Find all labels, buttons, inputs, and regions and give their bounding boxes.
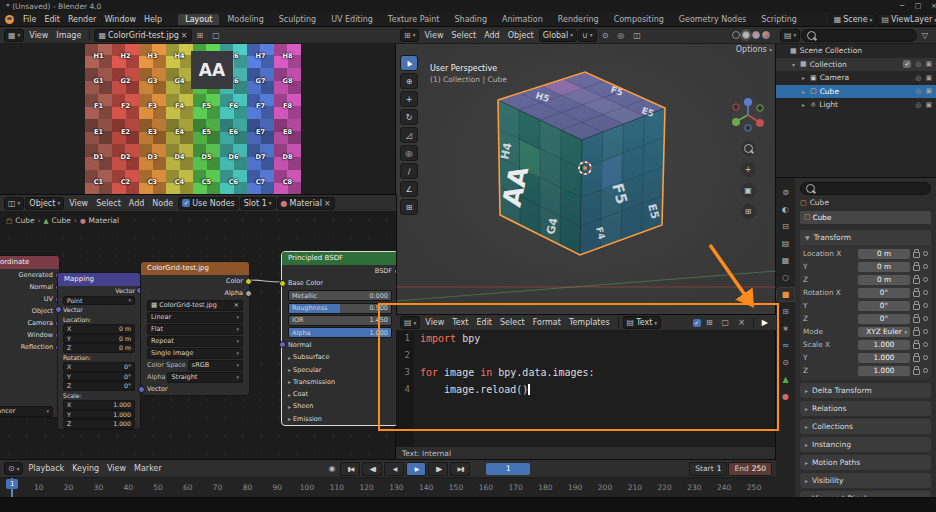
frame-number[interactable]: 210 <box>628 483 642 492</box>
transform-orientation[interactable]: Global▾ <box>539 29 577 42</box>
tool-transform[interactable]: ◎ <box>400 145 418 161</box>
new-text-icon[interactable]: ⊞ <box>702 317 717 328</box>
shading-wireframe-icon[interactable] <box>732 31 740 39</box>
node-socket[interactable] <box>279 280 286 287</box>
frame-number[interactable]: 40 <box>123 483 133 492</box>
node-field-z[interactable]: Z0 m <box>58 343 140 353</box>
scene-selector[interactable]: ▦ Scene ▾ <box>830 13 877 26</box>
texture-coordinate-header[interactable]: Texture Coordinate <box>0 256 59 269</box>
frame-number[interactable]: 120 <box>359 483 373 492</box>
properties-tab-data[interactable]: ▲ <box>777 373 794 386</box>
material-slot-selector[interactable]: Slot 1▾ <box>240 197 276 210</box>
timeline-menu-view[interactable]: View <box>103 463 130 474</box>
outliner-item-label[interactable]: Cube <box>820 87 839 96</box>
timeline-menu-marker[interactable]: Marker <box>130 463 166 474</box>
outliner-item-label[interactable]: Camera <box>820 73 849 82</box>
node-section-coat[interactable]: ▸Coat <box>282 388 396 400</box>
jump-start-button[interactable]: ▮◀ <box>340 462 360 476</box>
properties-tab-modifiers[interactable]: ⊞ <box>777 305 794 318</box>
camera-icon[interactable]: ▣ <box>925 60 932 68</box>
main-menu-help[interactable]: Help <box>140 14 166 25</box>
timeline-menu-keying[interactable]: Keying <box>68 463 103 474</box>
lock-icon[interactable] <box>913 330 920 336</box>
node-slider-alpha[interactable]: Alpha1.000 <box>282 326 396 338</box>
text-menu-select[interactable]: Select <box>496 317 529 328</box>
breadcrumb-item[interactable]: Cube <box>15 216 34 225</box>
pair-control[interactable]: sRGB▾ <box>188 360 243 371</box>
timeline-ruler[interactable]: 1 10203040506070809010011012013014015016… <box>0 477 776 497</box>
animate-dot-icon[interactable] <box>923 316 928 321</box>
code-line-1[interactable]: 1import bpy <box>396 330 776 347</box>
unlink-icon[interactable]: × <box>181 31 188 40</box>
overlays-toggle-icon[interactable]: ◫ <box>629 30 645 41</box>
node-dropdown-repeat[interactable]: Repeat▾ <box>141 335 249 347</box>
lock-icon[interactable] <box>913 369 920 375</box>
camera-icon[interactable]: ▣ <box>925 74 932 82</box>
workspace-tab-layout[interactable]: Layout <box>178 14 219 25</box>
node-field-x[interactable]: X0 m <box>58 324 140 334</box>
frame-number[interactable]: 230 <box>687 483 701 492</box>
property-field-location-x[interactable]: 0 m <box>858 249 910 259</box>
panel-visibility[interactable]: ▸Visibility <box>800 473 931 488</box>
zoom-icon[interactable] <box>741 141 756 156</box>
workspace-tab-animation[interactable]: Animation <box>495 14 550 25</box>
pan-icon[interactable]: + <box>741 162 756 177</box>
node-socket[interactable] <box>394 268 396 275</box>
property-field-z[interactable]: 1.000 <box>858 366 910 376</box>
text-menu-templates[interactable]: Templates <box>565 317 614 328</box>
frame-number[interactable]: 80 <box>243 483 253 492</box>
material-datablock[interactable]: ●Material× <box>277 197 335 210</box>
viewport-menu-object[interactable]: Object <box>504 30 538 41</box>
shading-material-icon[interactable] <box>752 31 760 39</box>
jump-end-button[interactable]: ▶▮ <box>450 462 470 476</box>
outliner-row-collection[interactable]: ▾▦Collection✓◎▣ <box>776 58 936 72</box>
node-image-field[interactable]: ▦ ColorGrid-test.jpg× <box>141 299 249 311</box>
dropdown-control[interactable]: Repeat▾ <box>147 336 243 347</box>
gizmo-toggle-icon[interactable]: ◎ <box>613 30 628 41</box>
tool-cursor[interactable]: ⊕ <box>400 73 418 89</box>
animate-dot-icon[interactable] <box>923 303 928 308</box>
property-field-z[interactable]: 0 m <box>858 275 910 285</box>
node-slider-ior[interactable]: IOR1.450 <box>282 314 396 326</box>
panel-viewport-display[interactable]: ▸Viewport Display <box>800 491 931 497</box>
value-field[interactable]: X1.000 <box>63 400 135 410</box>
node-dropdown-from-instancer[interactable]: From Instancer▾ <box>0 405 59 417</box>
dropdown-control[interactable]: Flat▾ <box>147 324 243 335</box>
node-dropdown-point[interactable]: Point▾ <box>58 296 140 306</box>
open-text-icon[interactable]: ▢ <box>718 317 734 328</box>
auto-keying-icon[interactable]: ◉ <box>325 463 340 474</box>
frame-end-field[interactable]: End 250 <box>728 462 772 476</box>
properties-tab-view-layer[interactable]: ▤ <box>777 237 794 250</box>
frame-number[interactable]: 90 <box>272 483 282 492</box>
node-section-sheen[interactable]: ▸Sheen <box>282 400 396 412</box>
frame-number[interactable]: 220 <box>657 483 671 492</box>
node-section-emission[interactable]: ▸Emission <box>282 413 396 425</box>
properties-tab-render[interactable]: ◐ <box>777 203 794 216</box>
text-menu-view[interactable]: View <box>421 317 448 328</box>
property-field-z[interactable]: 0° <box>858 314 910 324</box>
principled-bsdf-header[interactable]: Principled BSDF <box>282 252 396 265</box>
tool-annotate[interactable]: ∕ <box>400 163 418 179</box>
workspace-tab-uv-editing[interactable]: UV Editing <box>324 14 380 25</box>
workspace-tab-shading[interactable]: Shading <box>447 14 494 25</box>
node-texture-coordinate[interactable]: Texture CoordinateGeneratedNormalUVObjec… <box>0 255 60 418</box>
dropdown-control[interactable]: Single Image▾ <box>147 348 243 359</box>
workspace-tab-texture-paint[interactable]: Texture Paint <box>381 14 447 25</box>
lock-icon[interactable] <box>913 278 920 284</box>
tool-move[interactable]: + <box>400 91 418 107</box>
node-section-specular[interactable]: ▸Specular <box>282 363 396 375</box>
node-socket[interactable] <box>138 386 145 393</box>
property-field-y[interactable]: 1.000 <box>858 353 910 363</box>
shader-menu-node[interactable]: Node <box>148 198 177 209</box>
node-field-z[interactable]: Z1.000 <box>58 419 140 429</box>
image-texture-header[interactable]: ColorGrid-test.jpg <box>141 262 249 275</box>
panel-delta-transform[interactable]: ▸Delta Transform <box>800 383 931 398</box>
camera-view-icon[interactable]: ▣ <box>741 183 756 198</box>
frame-number[interactable]: 10 <box>34 483 44 492</box>
property-field-scale-x[interactable]: 1.000 <box>858 340 910 350</box>
text-menu-text[interactable]: Text <box>448 317 472 328</box>
image-menu-image[interactable]: Image <box>52 30 85 41</box>
frame-number[interactable]: 240 <box>717 483 731 492</box>
camera-icon[interactable]: ▣ <box>925 101 932 109</box>
navigation-gizmo[interactable] <box>728 95 768 135</box>
